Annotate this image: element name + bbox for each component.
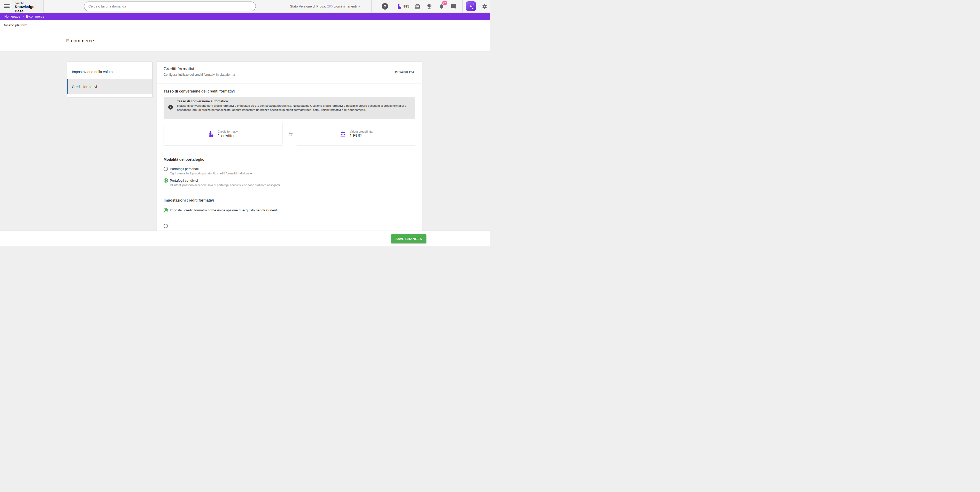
panel-header: Crediti formativi Configura l'utilizzo d…: [157, 62, 422, 83]
info-glyph: i: [170, 106, 171, 109]
settings-section-title: Impostazioni crediti formativi: [164, 198, 415, 202]
breadcrumb-ecommerce-link[interactable]: E-commerce: [26, 15, 45, 18]
credits-card-value: 1 credito: [218, 134, 239, 138]
chevron-right-icon: ›: [22, 14, 24, 18]
credits-card: Crediti formativi 1 credito: [164, 123, 283, 145]
info-box-body: Il tasso di conversione per i crediti fo…: [177, 104, 410, 112]
disable-button[interactable]: DISABILITA: [395, 70, 415, 74]
platform-label: Docebo platform: [3, 23, 27, 27]
sparkle-icon: ✦: [472, 3, 474, 5]
sidebar-item-label: Impostazione della valuta: [72, 70, 113, 74]
trial-status-dropdown[interactable]: Stato Versione di Prova: 290 giorni rima…: [290, 0, 360, 13]
notifications-badge: 22: [442, 1, 447, 5]
settings-sidebar: Impostazione della valuta Crediti format…: [67, 62, 152, 97]
help-glyph: ?: [384, 5, 386, 8]
topbar-divider: [371, 0, 372, 13]
hamburger-menu-icon[interactable]: [4, 4, 10, 8]
radio-option-partial: [164, 220, 415, 225]
page-header: E-commerce: [0, 30, 490, 51]
topbar-divider: [479, 0, 479, 13]
trial-days-remaining: 290: [327, 5, 332, 8]
breadcrumb: Homepage › E-commerce: [0, 13, 490, 20]
content-area: Impostazione della valuta Crediti format…: [0, 51, 490, 231]
topbar-divider: [462, 0, 463, 13]
logo-knowledge-base-text: Knowledge Base: [15, 5, 43, 13]
radio-option-portafogli-personali: Portafogli personali Ogni utente ha il p…: [164, 167, 415, 175]
panel-subtitle: Configura l'utilizzo dei crediti formati…: [164, 73, 415, 76]
credits-count: 885: [403, 5, 409, 8]
radio-button-unselected[interactable]: [164, 224, 168, 228]
docebo-app: docebo Knowledge Base Stato Versione di …: [0, 0, 490, 246]
top-bar: docebo Knowledge Base Stato Versione di …: [0, 0, 490, 13]
radio-description: Gli utenti possono accedere solo ai port…: [170, 183, 415, 186]
info-box-title: Tasso di conversione automatico: [177, 99, 410, 103]
trial-status-prefix: Stato Versione di Prova:: [290, 5, 326, 8]
radio-button-selected[interactable]: [164, 208, 168, 212]
platform-label-row: Docebo platform: [0, 20, 490, 30]
topbar-divider: [392, 0, 392, 13]
wallet-section-title: Modalità del portafoglio: [164, 158, 415, 161]
radio-label[interactable]: Portafogli personali: [170, 167, 415, 171]
page-title: E-commerce: [66, 38, 94, 44]
radio-description: Ogni utente ha il proprio portafoglio cr…: [170, 172, 415, 175]
gear-icon[interactable]: [482, 4, 487, 9]
sparkle-icon: ✦: [472, 7, 474, 10]
gift-icon[interactable]: [415, 4, 420, 9]
crediti-formativi-panel: Crediti formativi Configura l'utilizzo d…: [157, 62, 422, 231]
trophy-icon[interactable]: [426, 4, 432, 9]
coins-icon: [396, 4, 402, 9]
conversion-rate-row: Crediti formativi 1 credito Valuta prede…: [164, 123, 415, 145]
ai-assistant-button[interactable]: ✦ ✦ ✦: [466, 1, 476, 11]
section-divider: [157, 152, 422, 152]
radio-option-unica-opzione: Imposta i crediti formativi come unica o…: [164, 208, 415, 212]
radio-option-portafogli-condivisi: Portafogli condivisi Gli utenti possono …: [164, 178, 415, 186]
wallet-mode-section: Modalità del portafoglio Portafogli pers…: [157, 158, 422, 186]
coins-icon: [208, 131, 215, 137]
radio-button-selected[interactable]: [164, 178, 168, 183]
radio-button-unselected[interactable]: [164, 167, 168, 171]
search-input[interactable]: [84, 2, 256, 11]
swap-arrows-icon: [288, 131, 293, 137]
currency-card-label: Valuta predefinita: [350, 130, 373, 133]
sidebar-item-impostazione-valuta[interactable]: Impostazione della valuta: [67, 65, 152, 79]
logo-docebo-text: docebo: [15, 2, 43, 5]
breadcrumb-homepage-link[interactable]: Homepage: [5, 15, 20, 18]
notifications-bell-icon[interactable]: 22: [439, 4, 444, 9]
conversion-section-title: Tasso di conversione dei crediti formati…: [164, 89, 415, 93]
panel-title: Crediti formativi: [164, 66, 415, 72]
info-icon: i: [168, 105, 173, 110]
save-footer: SAVE CHANGES: [0, 231, 490, 246]
bank-icon: [340, 131, 346, 137]
credits-balance[interactable]: 885: [396, 0, 409, 13]
chat-icon[interactable]: [451, 4, 457, 9]
credit-settings-section: Impostazioni crediti formativi Imposta i…: [157, 198, 422, 225]
radio-label[interactable]: Portafogli condivisi: [170, 178, 415, 183]
currency-card-value: 1 EUR: [350, 134, 373, 138]
sidebar-item-crediti-formativi[interactable]: Crediti formativi: [67, 79, 152, 94]
auto-conversion-info-box: i Tasso di conversione automatico Il tas…: [164, 97, 415, 119]
docebo-logo[interactable]: docebo Knowledge Base: [12, 0, 44, 13]
sidebar-item-label: Crediti formativi: [72, 85, 97, 89]
currency-card: Valuta predefinita 1 EUR: [297, 123, 415, 145]
save-changes-button[interactable]: SAVE CHANGES: [391, 234, 426, 244]
trial-status-suffix: giorni rimanenti: [334, 5, 356, 8]
help-icon[interactable]: ?: [382, 3, 388, 10]
chevron-down-icon: ▾: [358, 5, 360, 8]
credits-card-label: Crediti formativi: [218, 130, 239, 133]
radio-label[interactable]: Imposta i crediti formativi come unica o…: [170, 208, 415, 212]
